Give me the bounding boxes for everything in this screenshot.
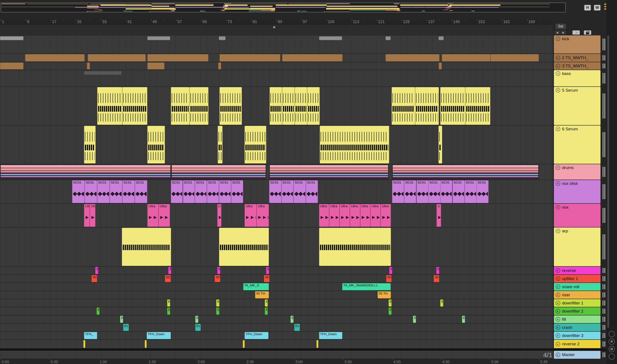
track-lane-reverse[interactable]: SSSSSS	[0, 267, 553, 274]
track-play-icon[interactable]: ▸	[556, 325, 560, 330]
clip[interactable]	[245, 126, 266, 164]
arrangement-overview[interactable]	[1, 3, 565, 12]
clip[interactable]: Ev	[123, 324, 129, 331]
scrub-area[interactable]	[0, 25, 553, 35]
track-play-icon[interactable]: ▸	[556, 309, 560, 313]
clip[interactable]: Ultra►►►►►	[158, 204, 170, 227]
clip[interactable]: SC	[433, 275, 439, 282]
track-header-5-serum[interactable]: ▾5 Serum	[554, 87, 601, 125]
clip[interactable]: S	[436, 267, 439, 274]
optimize-height-button[interactable]: H	[584, 5, 591, 11]
clip[interactable]	[243, 340, 245, 348]
clip[interactable]: SC01◆◆◆◆◆	[465, 180, 477, 203]
clip[interactable]: E	[265, 308, 268, 315]
clip[interactable]: Ultra►►►►►	[147, 204, 158, 227]
track-lane-3-ts-mwth[interactable]	[0, 62, 553, 70]
clip[interactable]	[319, 36, 342, 40]
clip[interactable]: SC	[386, 275, 392, 282]
track-play-icon[interactable]: ▸	[556, 276, 560, 281]
track-play-icon[interactable]: ▸	[556, 285, 560, 289]
clip[interactable]: E	[195, 316, 198, 323]
track-header-upfilter-1[interactable]: ▸upfilter 1	[554, 275, 601, 283]
track-header-crash[interactable]: ▸crash	[554, 324, 601, 331]
clip[interactable]: Ultra►►►	[84, 204, 90, 227]
track-drag-handle[interactable]	[602, 180, 606, 203]
clip[interactable]: SC01◆◆◆◆◆	[219, 180, 231, 203]
clip[interactable]	[220, 87, 242, 125]
clip[interactable]	[319, 228, 391, 266]
clip[interactable]: E	[167, 299, 170, 307]
clip[interactable]: Ultra►►►	[90, 204, 95, 227]
clip[interactable]	[122, 87, 147, 125]
track-lane-riser[interactable]: 05 TH05 TH	[0, 291, 553, 299]
clip[interactable]: SC	[264, 275, 270, 282]
clip[interactable]: SC01◆◆◆◆◆	[171, 180, 183, 203]
vertical-scrollbar[interactable]	[607, 35, 609, 328]
clip[interactable]: Ev	[294, 324, 300, 331]
track-play-icon[interactable]: ▸	[556, 293, 560, 297]
clip[interactable]: SC	[165, 275, 171, 282]
zoom-diagonal-icon[interactable]: ↔	[572, 30, 580, 35]
track-lane-downfilter-2[interactable]: EEEEE	[0, 307, 553, 315]
clip[interactable]: SC01◆◆◆◆◆	[195, 180, 207, 203]
track-drag-handle[interactable]	[602, 275, 606, 283]
track-drag-handle[interactable]	[602, 291, 606, 299]
clip[interactable]: Ev	[195, 324, 201, 331]
track-fold-icon[interactable]: ≡	[556, 165, 560, 170]
clip[interactable]	[415, 87, 439, 125]
clip[interactable]	[385, 54, 440, 62]
track-header-bass[interactable]: ≡bass	[554, 70, 601, 86]
track-lane-downfilter-3[interactable]: TFH_TFH_DownTFH_DownTFH_Down	[0, 332, 553, 339]
clip[interactable]: Ultra►►►►►	[329, 204, 340, 227]
clip[interactable]: SC	[215, 275, 220, 282]
clip[interactable]: Ultra►►►►►	[360, 204, 370, 227]
clip[interactable]: SC01◆◆◆◆◆	[85, 180, 97, 203]
clip[interactable]: E	[389, 308, 392, 315]
clip[interactable]: SC01◆◆◆◆◆	[207, 180, 219, 203]
clip[interactable]	[270, 87, 282, 125]
side-toggle-button-3[interactable]	[609, 353, 615, 360]
clip[interactable]	[269, 164, 389, 179]
track-drag-handle[interactable]	[602, 315, 606, 323]
clip[interactable]	[97, 87, 122, 125]
clip[interactable]	[438, 126, 442, 164]
track-drag-handle[interactable]	[602, 164, 606, 180]
clip[interactable]: S	[168, 267, 171, 274]
clip[interactable]: E	[120, 316, 123, 323]
forward-arrow-button[interactable]: ▶	[561, 30, 566, 35]
clip[interactable]	[83, 340, 85, 348]
side-toggle-button-r[interactable]: R	[609, 338, 615, 345]
clip[interactable]: E	[216, 308, 219, 315]
clip[interactable]	[218, 126, 222, 164]
clip[interactable]	[282, 87, 295, 125]
track-lane-fill[interactable]: EEEEE	[0, 315, 553, 323]
clip[interactable]: 05 TH	[255, 291, 269, 299]
clip[interactable]	[438, 36, 444, 40]
clip[interactable]: TFH_	[84, 332, 97, 339]
track-drag-handle[interactable]	[602, 267, 606, 274]
clip[interactable]: SC01◆◆◆◆◆	[110, 180, 122, 203]
master-track-lane[interactable]	[0, 351, 553, 359]
clip[interactable]	[84, 71, 122, 75]
clip[interactable]: SC01◆◆◆◆◆	[269, 180, 281, 203]
clip[interactable]: SC01◆◆◆◆◆	[122, 180, 135, 203]
clip[interactable]	[0, 63, 24, 69]
lock-icon[interactable]	[584, 30, 591, 35]
clip[interactable]	[307, 87, 320, 125]
clip[interactable]: TA_MK_SNAREROLL1	[342, 283, 391, 290]
clip[interactable]: 05 TH	[378, 291, 391, 299]
track-lane-drums[interactable]	[0, 164, 553, 180]
clip[interactable]: Ultra►►►►►	[245, 204, 257, 227]
track-header-vox-shot[interactable]: ▾vox shot	[554, 180, 601, 203]
clip[interactable]: E	[462, 316, 465, 323]
track-drag-handle[interactable]	[602, 307, 606, 315]
clip[interactable]	[440, 87, 465, 125]
clip[interactable]	[219, 228, 269, 266]
clip[interactable]	[320, 126, 389, 164]
clip[interactable]: E	[265, 299, 268, 307]
track-header-vox[interactable]: ▾vox	[554, 204, 601, 227]
back-arrow-button[interactable]: ◀	[554, 30, 560, 35]
clip[interactable]	[147, 54, 209, 62]
track-header-6-serum[interactable]: ▾6 Serum	[554, 126, 601, 164]
clip[interactable]: Ultra►►►►►	[257, 204, 269, 227]
